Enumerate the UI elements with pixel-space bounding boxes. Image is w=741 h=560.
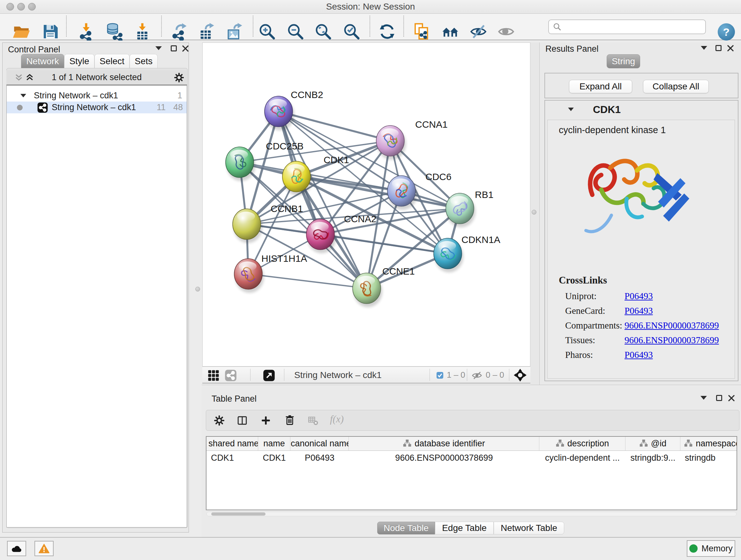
panel-close-icon[interactable] [728, 394, 735, 402]
cloud-icon [10, 544, 23, 553]
column-header-description[interactable]: description [539, 437, 625, 450]
network-row-selected[interactable]: String Network – cdk1 11 48 [7, 102, 187, 113]
eye-icon[interactable] [497, 23, 515, 41]
panel-float-icon[interactable] [716, 395, 722, 401]
refresh-icon[interactable] [378, 23, 396, 41]
crosslink-link[interactable]: P06493 [624, 350, 653, 360]
network-node-CCNA2[interactable] [307, 219, 336, 253]
tab-edge-table[interactable]: Edge Table [435, 522, 494, 535]
import-network-icon[interactable] [77, 23, 95, 41]
column-header--id[interactable]: @id [625, 437, 680, 450]
window-title: Session: New Session [0, 0, 741, 13]
column-header-name[interactable]: name [258, 437, 290, 450]
panel-menu-icon[interactable] [701, 46, 707, 50]
network-node-CDK1[interactable] [282, 161, 312, 195]
node-label-HIST1H1A: HIST1H1A [261, 253, 307, 264]
gene-detail-box: cyclin-dependent kinase 1 [547, 120, 735, 379]
grid-view-icon[interactable] [207, 369, 219, 381]
tab-string[interactable]: String [607, 54, 640, 68]
table-horizontal-scrollbar[interactable] [206, 512, 737, 516]
crosslink-link[interactable]: 9606.ENSP00000378699 [624, 320, 719, 331]
table-cell[interactable]: cyclin-dependent ... [539, 453, 625, 463]
right-splitter-handle[interactable] [532, 210, 536, 214]
help-icon[interactable]: ? [718, 23, 735, 41]
application-window: Session: New Session [0, 0, 741, 560]
column-header-shared-name[interactable]: shared name [206, 437, 258, 450]
left-splitter-handle[interactable] [195, 287, 200, 292]
table-row[interactable]: CDK1CDK1P064939606.ENSP00000378699cyclin… [206, 451, 737, 465]
export-table-icon[interactable] [198, 23, 216, 41]
panel-menu-icon[interactable] [700, 396, 707, 400]
panel-close-icon[interactable] [182, 45, 189, 52]
zoom-in-icon[interactable] [258, 23, 276, 41]
tab-node-table[interactable]: Node Table [377, 522, 435, 535]
network-view[interactable]: CCNB2CCNA1CDC25BCDK1CDC6RB1CCNB1CCNA2CDK… [202, 43, 530, 367]
crosshair-icon[interactable] [514, 369, 527, 381]
eye-slash-icon[interactable] [469, 23, 487, 41]
gear-icon[interactable] [174, 72, 184, 83]
tab-network-table[interactable]: Network Table [494, 522, 564, 535]
tab-style[interactable]: Style [64, 54, 94, 68]
table-cell[interactable]: CDK1 [258, 453, 290, 463]
gene-name: CDK1 [593, 104, 621, 116]
crosslink-link[interactable]: P06493 [624, 291, 653, 301]
column-header-database-identifier[interactable]: database identifier [349, 437, 539, 450]
network-selection-status: 1 of 1 Network selected [6, 70, 187, 84]
warning-button[interactable] [35, 541, 54, 556]
scrollbar-thumb[interactable] [211, 512, 266, 516]
crosslink-link[interactable]: 9606.ENSP00000378699 [624, 335, 719, 346]
search-input[interactable] [562, 20, 705, 33]
section-expander-icon[interactable] [568, 108, 574, 111]
network-node-CDC25B[interactable] [226, 147, 255, 181]
columns-icon[interactable] [237, 415, 248, 426]
collapse-all-button[interactable]: Collapse All [643, 80, 709, 93]
panel-float-icon[interactable] [171, 45, 177, 51]
save-icon[interactable] [42, 23, 59, 41]
search-box [548, 19, 706, 34]
zoom-selected-icon[interactable] [343, 23, 360, 41]
network-collection-row[interactable]: String Network – cdk1 1 [7, 90, 187, 102]
column-header-label: @id [651, 439, 666, 449]
zoom-out-icon[interactable] [286, 23, 305, 41]
hidden-counts: 0 – 0 [486, 367, 504, 383]
export-image-icon[interactable] [226, 23, 244, 41]
tab-network[interactable]: Network [21, 54, 64, 68]
table-cell[interactable]: P06493 [290, 453, 349, 463]
network-node-CDC6[interactable] [387, 176, 417, 210]
trash-icon[interactable] [284, 415, 295, 426]
tab-sets[interactable]: Sets [130, 54, 158, 68]
open-folder-icon[interactable] [12, 23, 30, 41]
add-column-icon[interactable] [260, 415, 271, 426]
houses-icon[interactable] [441, 23, 459, 41]
import-table-icon[interactable] [133, 23, 151, 41]
gear-icon[interactable] [214, 415, 225, 426]
network-node-CDKN1A[interactable] [434, 238, 463, 272]
nodes-selected-checkbox[interactable] [436, 372, 444, 379]
cloud-button[interactable] [7, 541, 26, 556]
table-cell[interactable]: stringdb [680, 453, 737, 463]
panel-float-icon[interactable] [716, 45, 722, 51]
column-header-canonical-name[interactable]: canonical name [290, 437, 349, 450]
zoom-fit-icon[interactable] [314, 23, 332, 41]
network-node-RB1[interactable] [446, 193, 475, 227]
memory-button[interactable]: Memory [687, 540, 735, 557]
string-share-icon[interactable] [225, 369, 237, 381]
tab-select[interactable]: Select [94, 54, 130, 68]
crosslink-link[interactable]: P06493 [624, 306, 653, 316]
import-database-icon[interactable] [105, 23, 123, 41]
table-cell[interactable]: 9606.ENSP00000378699 [349, 453, 539, 463]
export-network-icon[interactable] [170, 23, 188, 41]
panel-menu-icon[interactable] [155, 46, 162, 50]
separator [250, 369, 251, 381]
separator [284, 369, 284, 381]
clone-network-icon[interactable] [413, 23, 431, 41]
expand-all-button[interactable]: Expand All [569, 80, 632, 93]
control-panel: Control Panel SetsSelectStyleNetwork 1 o… [2, 43, 189, 533]
panel-close-icon[interactable] [727, 44, 734, 52]
open-in-new-icon[interactable] [263, 369, 275, 381]
table-cell[interactable]: stringdb:9... [625, 453, 680, 463]
table-cell[interactable]: CDK1 [206, 453, 258, 463]
column-header-namespace[interactable]: namespace [680, 437, 737, 450]
tree-expander-icon[interactable] [20, 94, 26, 98]
network-node-HIST1H1A[interactable] [234, 259, 264, 293]
